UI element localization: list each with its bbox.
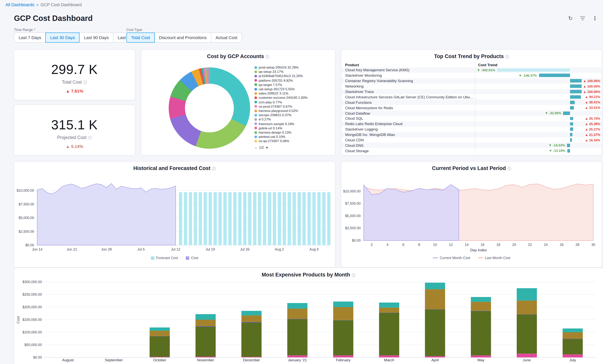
svg-text:Jul 26: Jul 26 <box>240 247 250 251</box>
info-icon[interactable]: ⓘ <box>212 166 216 171</box>
legend-page-down-icon[interactable]: ▼ <box>266 146 268 149</box>
trend-cell: ▼ -14.53% <box>475 143 602 148</box>
legend-label: ccm-play 0.77% <box>259 100 282 104</box>
info-icon[interactable]: ⓘ <box>505 55 509 59</box>
compare-chart-legend: Current Month CostLast Month Cost <box>341 256 602 260</box>
table-row: Cloud Storage▼ -13.19% <box>341 148 602 154</box>
legend-dot <box>254 83 257 86</box>
donut-legend: prod-setup-205416 32.29%qa-setup 23.17%p… <box>254 66 330 143</box>
legend-dot <box>254 96 257 99</box>
trend-bar <box>567 149 570 153</box>
trend-value: ▲ 100.00% <box>583 84 600 88</box>
svg-text:September: September <box>105 358 123 362</box>
legend-item[interactable]: Forecast Cost <box>151 256 178 260</box>
breadcrumb-current: GCP Cost Dashboard <box>41 2 82 7</box>
trend-cell: ▲ 100.00% <box>475 78 602 84</box>
svg-text:10: 10 <box>433 243 437 247</box>
svg-text:March: March <box>384 358 394 362</box>
legend-item[interactable]: ø 0.27% <box>254 118 330 121</box>
legend-item[interactable]: freemium-sample 0.19% <box>254 122 330 126</box>
trend-cell: ▼ -32.06% <box>475 110 602 116</box>
legend-item[interactable]: Last Month Cost <box>478 256 510 260</box>
legend-label: ø 0.27% <box>259 118 271 121</box>
trend-bar <box>497 68 570 72</box>
legend-page-up-icon[interactable]: ▲ <box>254 146 257 149</box>
trend-bar <box>567 144 570 147</box>
legend-item[interactable]: ccm-play 0.77% <box>254 100 330 104</box>
info-icon[interactable]: ⓘ <box>83 80 87 84</box>
trend-bar <box>570 85 582 88</box>
trend-cell: ▲ 25.38% <box>475 121 602 127</box>
trend-bar <box>539 74 570 77</box>
legend-item[interactable]: qa-target 7.57% <box>254 83 330 87</box>
time-range-option-last-7-days[interactable]: Last 7 Days <box>14 33 46 43</box>
info-icon[interactable]: ⓘ <box>266 55 269 59</box>
legend-item[interactable]: Cost <box>186 256 198 260</box>
legend-item[interactable]: pentest-uat 0.10% <box>254 135 330 139</box>
svg-text:$7,500.00: $7,500.00 <box>345 201 361 205</box>
legend-item[interactable]: ce-prod-274307 0.67% <box>254 105 330 109</box>
svg-text:$200,000.00: $200,000.00 <box>23 305 42 309</box>
historical-forecast-card: Historical and Forecasted Costⓘ $0.00$2,… <box>14 162 335 267</box>
time-range-option-last-30-days[interactable]: Last 30 Days <box>45 33 80 43</box>
trend-value: ▲ 94.21% <box>585 95 600 99</box>
svg-text:$2,500.00: $2,500.00 <box>345 226 361 230</box>
trend-bar <box>570 79 582 83</box>
trend-table-title: Top Cost Trend by Productsⓘ <box>341 50 602 60</box>
donut-legend-pager: ▲ 1/2 ▼ <box>254 146 268 149</box>
info-icon[interactable]: ⓘ <box>88 135 92 140</box>
legend-item[interactable]: harness-playground 0.52% <box>254 109 330 113</box>
legend-item[interactable]: platform-205701 8.82% <box>254 78 330 82</box>
kebab-menu-icon[interactable]: ⋮ <box>592 16 598 21</box>
svg-text:Day Index: Day Index <box>470 248 487 252</box>
legend-swatch <box>478 257 483 258</box>
time-range-option-last-90-days[interactable]: Last 90 Days <box>79 33 113 43</box>
legend-dot <box>254 66 257 69</box>
breadcrumb-all-dashboards[interactable]: All Dashboards <box>5 2 34 7</box>
table-row: MongoDB Inc. MongoDB Atlas▲ 21.37% <box>341 132 602 137</box>
period-compare-card: Current Period vs Last Periodⓘ $0.00$2,5… <box>341 162 602 267</box>
svg-text:18: 18 <box>496 243 500 247</box>
trend-value: ▲ 25.27% <box>585 127 600 131</box>
cost-type-option-actual-cost[interactable]: Actual Cost <box>211 33 242 43</box>
legend-dot <box>254 109 257 112</box>
legend-item[interactable]: customer-success-244100 1.00% <box>254 96 330 100</box>
trend-bar <box>570 133 573 136</box>
refresh-icon[interactable]: ↻ <box>568 16 573 21</box>
table-row: Cloud DNS▼ -14.53% <box>341 143 602 148</box>
table-row: Cloud Dataflow▼ -32.06% <box>341 110 602 116</box>
filter-icon[interactable] <box>580 15 585 21</box>
monthly-stacked-bar-chart: $0.00$50,000.00$100,000.00$150,000.00$20… <box>14 276 603 363</box>
info-icon[interactable]: ⓘ <box>507 166 511 171</box>
cost-type-option-discount-and-promotions[interactable]: Discount and Promotions <box>154 33 211 43</box>
legend-item[interactable]: Current Month Cost <box>433 256 470 260</box>
svg-text:Aug 2: Aug 2 <box>275 247 284 251</box>
legend-item[interactable]: secops-239815 0.37% <box>254 113 330 117</box>
svg-text:May: May <box>477 358 484 362</box>
svg-text:16: 16 <box>480 243 484 247</box>
trend-cell: ▲ 100.00% <box>475 89 602 94</box>
svg-text:24: 24 <box>544 243 548 247</box>
legend-item[interactable]: qa-setup 23.17% <box>254 70 330 74</box>
legend-dot <box>254 122 257 125</box>
trend-cell: ▲ 25.70% <box>475 116 602 121</box>
legend-item[interactable]: pr10406a87045145c3 15.20% <box>254 74 330 78</box>
historical-chart-legend: Forecast CostCost <box>14 256 335 260</box>
legend-label: Last Month Cost <box>485 256 510 260</box>
trend-cell: ▲ 33.51% <box>475 105 602 110</box>
legend-item[interactable]: prod-setup-205416 32.29% <box>254 66 330 69</box>
svg-text:14: 14 <box>465 243 469 247</box>
legend-item[interactable]: harness-design 0.13% <box>254 131 330 134</box>
legend-dot <box>254 131 257 134</box>
svg-text:$10,000.00: $10,000.00 <box>343 189 361 193</box>
legend-item[interactable]: golink-url 0.14% <box>254 126 330 130</box>
legend-item[interactable]: sales-209522 3.11% <box>254 91 330 95</box>
trend-value: ▲ 100.00% <box>583 90 600 94</box>
legend-item[interactable]: uat-setup-261723 5.55% <box>254 87 330 91</box>
legend-label: pentest-uat 0.10% <box>259 135 285 139</box>
product-name: Cloud CDN <box>341 138 475 142</box>
cost-type-option-total-cost[interactable]: Total Cost <box>127 33 155 43</box>
svg-text:$0.00: $0.00 <box>352 239 361 243</box>
legend-item[interactable]: ce-qa-274307 0.06% <box>254 139 330 143</box>
legend-dot <box>254 118 257 121</box>
